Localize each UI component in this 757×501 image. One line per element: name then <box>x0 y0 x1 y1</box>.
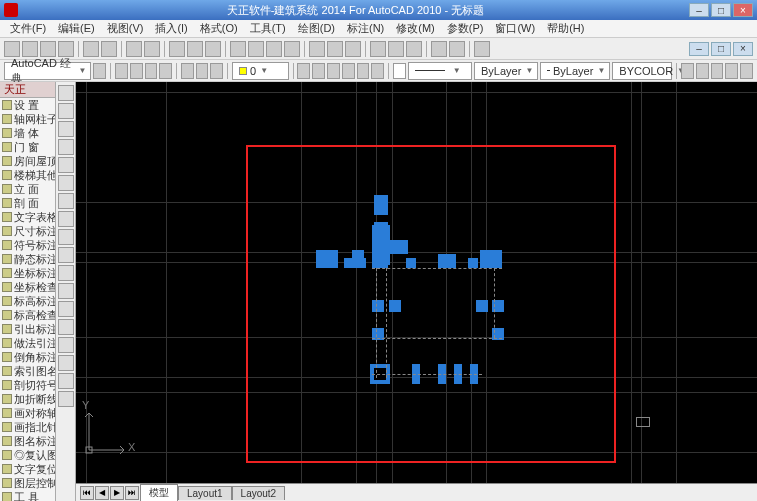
ellipse-icon[interactable] <box>58 175 74 191</box>
t1-icon[interactable] <box>115 63 128 79</box>
tz-item-21[interactable]: 加折断线 <box>0 392 55 406</box>
column-block[interactable] <box>372 258 388 268</box>
rect-icon[interactable] <box>58 157 74 173</box>
spline-icon[interactable] <box>58 283 74 299</box>
maximize-button[interactable]: □ <box>711 3 731 17</box>
tab-last-button[interactable]: ⏭ <box>125 486 139 500</box>
menu-dim[interactable]: 标注(N) <box>341 21 390 36</box>
zoom-icon[interactable] <box>248 41 264 57</box>
match-icon[interactable] <box>370 41 386 57</box>
doc-max-button[interactable]: □ <box>711 42 731 56</box>
tz-item-9[interactable]: 尺寸标注 <box>0 224 55 238</box>
saveas-icon[interactable] <box>58 41 74 57</box>
tz-item-8[interactable]: 文字表格 <box>0 210 55 224</box>
laythw-icon[interactable] <box>342 63 355 79</box>
cut-icon[interactable] <box>169 41 185 57</box>
save-icon[interactable] <box>40 41 56 57</box>
help-icon[interactable] <box>474 41 490 57</box>
linetype-combo[interactable]: ▼ <box>408 62 472 80</box>
doc-min-button[interactable]: – <box>689 42 709 56</box>
print-icon[interactable] <box>83 41 99 57</box>
bylayer2-combo[interactable]: ByLayer ▼ <box>540 62 610 80</box>
ws-icon[interactable] <box>93 63 106 79</box>
hatch-icon[interactable] <box>58 193 74 209</box>
tab-first-button[interactable]: ⏮ <box>80 486 94 500</box>
designctr-icon[interactable] <box>327 41 343 57</box>
undo-icon[interactable] <box>126 41 142 57</box>
column-block[interactable] <box>316 250 338 268</box>
menu-modify[interactable]: 修改(M) <box>390 21 441 36</box>
layeriso-icon[interactable] <box>449 41 465 57</box>
r4-icon[interactable] <box>725 63 738 79</box>
column-block[interactable] <box>372 240 408 254</box>
column-block[interactable] <box>372 300 384 312</box>
column-block[interactable] <box>438 254 456 268</box>
tz-item-16[interactable]: 引出标注 <box>0 322 55 336</box>
layer-combo[interactable]: 0 ▼ <box>232 62 289 80</box>
tz-item-18[interactable]: 倒角标注 <box>0 350 55 364</box>
t2-icon[interactable] <box>130 63 143 79</box>
plotstyle-combo[interactable]: BYCOLOR ▼ <box>612 62 672 80</box>
props-icon[interactable] <box>309 41 325 57</box>
layon-icon[interactable] <box>371 63 384 79</box>
layfrz-icon[interactable] <box>327 63 340 79</box>
t3-icon[interactable] <box>145 63 158 79</box>
tz-item-0[interactable]: 设 置 <box>0 98 55 112</box>
tz-item-1[interactable]: 轴网柱子 <box>0 112 55 126</box>
menu-view[interactable]: 视图(V) <box>101 21 150 36</box>
block-icon[interactable] <box>58 301 74 317</box>
tab-layout1[interactable]: Layout1 <box>178 486 232 500</box>
tz-item-27[interactable]: 图层控制 <box>0 476 55 490</box>
marker-square[interactable] <box>636 417 650 427</box>
column-block[interactable] <box>468 258 478 268</box>
tz-item-23[interactable]: 画指北针 <box>0 420 55 434</box>
column-block[interactable] <box>406 258 416 268</box>
close-button[interactable]: × <box>733 3 753 17</box>
tab-layout2[interactable]: Layout2 <box>232 486 286 500</box>
t6-icon[interactable] <box>196 63 209 79</box>
zoomall-icon[interactable] <box>284 41 300 57</box>
tz-item-22[interactable]: 画对称轴 <box>0 406 55 420</box>
redo-icon[interactable] <box>144 41 160 57</box>
menu-format[interactable]: 格式(O) <box>194 21 244 36</box>
minimize-button[interactable]: – <box>689 3 709 17</box>
zoomwin-icon[interactable] <box>266 41 282 57</box>
t7-icon[interactable] <box>210 63 223 79</box>
color-swatch[interactable] <box>393 63 406 79</box>
menu-draw[interactable]: 绘图(D) <box>292 21 341 36</box>
tab-model[interactable]: 模型 <box>140 484 178 501</box>
region-icon[interactable] <box>58 265 74 281</box>
tab-next-button[interactable]: ▶ <box>110 486 124 500</box>
r2-icon[interactable] <box>696 63 709 79</box>
tz-item-10[interactable]: 符号标注 <box>0 238 55 252</box>
column-block[interactable] <box>389 300 401 312</box>
table-icon[interactable] <box>58 337 74 353</box>
copy-icon[interactable] <box>187 41 203 57</box>
tz-item-15[interactable]: 标高检查 <box>0 308 55 322</box>
workspace-combo[interactable]: AutoCAD 经典 ▼ <box>4 62 91 80</box>
menu-help[interactable]: 帮助(H) <box>541 21 590 36</box>
menu-window[interactable]: 窗口(W) <box>489 21 541 36</box>
tz-item-20[interactable]: 剖切符号 <box>0 378 55 392</box>
layprev-icon[interactable] <box>312 63 325 79</box>
column-block[interactable] <box>374 195 388 215</box>
t4-icon[interactable] <box>159 63 172 79</box>
menu-tools[interactable]: 工具(T) <box>244 21 292 36</box>
t5-icon[interactable] <box>181 63 194 79</box>
insert-icon[interactable] <box>58 319 74 335</box>
tz-item-13[interactable]: 坐标检查 <box>0 280 55 294</box>
tz-item-17[interactable]: 做法引注 <box>0 336 55 350</box>
menu-edit[interactable]: 编辑(E) <box>52 21 101 36</box>
dist-icon[interactable] <box>388 41 404 57</box>
area-icon[interactable] <box>406 41 422 57</box>
menu-file[interactable]: 文件(F) <box>4 21 52 36</box>
tz-item-24[interactable]: 图名标注 <box>0 434 55 448</box>
revcloud-icon[interactable] <box>58 391 74 407</box>
layoff-icon[interactable] <box>357 63 370 79</box>
arc-icon[interactable] <box>58 139 74 155</box>
r1-icon[interactable] <box>681 63 694 79</box>
paste-icon[interactable] <box>205 41 221 57</box>
layer-icon[interactable] <box>431 41 447 57</box>
tz-item-19[interactable]: 索引图名 <box>0 364 55 378</box>
tz-item-6[interactable]: 立 面 <box>0 182 55 196</box>
